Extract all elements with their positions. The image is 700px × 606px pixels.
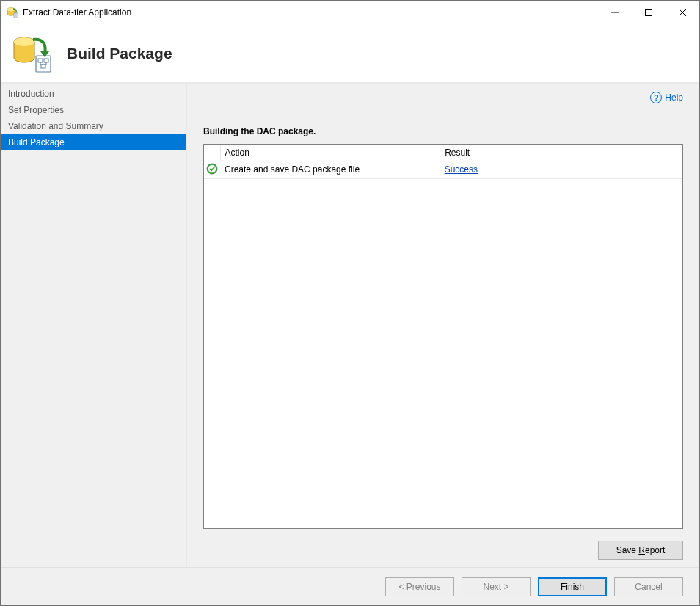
next-button: Next >	[462, 577, 531, 596]
sidebar-item-build-package[interactable]: Build Package	[1, 134, 186, 150]
svg-rect-11	[36, 56, 51, 72]
titlebar: Extract Data-tier Application	[1, 1, 699, 24]
header-band: Build Package	[1, 24, 699, 83]
sidebar: Introduction Set Properties Validation a…	[1, 84, 187, 567]
window-controls	[598, 1, 699, 24]
save-report-row: Save Report	[203, 529, 683, 567]
table-row: Create and save DAC package file Success	[204, 161, 682, 178]
success-icon	[206, 163, 218, 175]
status-cell	[204, 161, 220, 178]
sidebar-item-set-properties[interactable]: Set Properties	[1, 102, 186, 118]
sidebar-item-validation-summary[interactable]: Validation and Summary	[1, 118, 186, 134]
main-panel: ? Help Building the DAC package. Action …	[187, 84, 699, 567]
help-row: ? Help	[203, 90, 683, 106]
help-icon: ?	[650, 92, 662, 103]
maximize-button[interactable]	[632, 1, 666, 24]
app-icon	[7, 7, 18, 18]
footer: < Previous Next > Finish Cancel	[1, 567, 699, 605]
result-cell: Success	[440, 161, 682, 178]
col-action: Action	[220, 145, 440, 161]
save-report-button[interactable]: Save Report	[598, 541, 683, 560]
wizard-window: Extract Data-tier Application	[0, 0, 700, 606]
col-result: Result	[440, 145, 682, 161]
wizard-icon	[11, 32, 54, 75]
window-title: Extract Data-tier Application	[23, 7, 131, 18]
finish-button[interactable]: Finish	[538, 577, 607, 596]
col-status	[204, 145, 220, 161]
progress-table: Action Result	[203, 144, 683, 529]
body: Introduction Set Properties Validation a…	[1, 83, 699, 567]
minimize-button[interactable]	[598, 1, 632, 24]
help-label: Help	[665, 92, 683, 103]
page-title: Build Package	[67, 45, 172, 62]
table-header-row: Action Result	[204, 145, 682, 161]
action-cell: Create and save DAC package file	[220, 161, 440, 178]
sidebar-item-introduction[interactable]: Introduction	[1, 86, 186, 102]
section-title: Building the DAC package.	[203, 126, 683, 136]
close-button[interactable]	[666, 1, 699, 24]
result-link[interactable]: Success	[445, 164, 478, 175]
cancel-button: Cancel	[614, 577, 683, 596]
previous-button: < Previous	[385, 577, 454, 596]
svg-point-10	[14, 37, 34, 46]
svg-rect-2	[14, 13, 18, 18]
svg-rect-6	[646, 10, 652, 16]
help-link[interactable]: ? Help	[650, 92, 683, 103]
